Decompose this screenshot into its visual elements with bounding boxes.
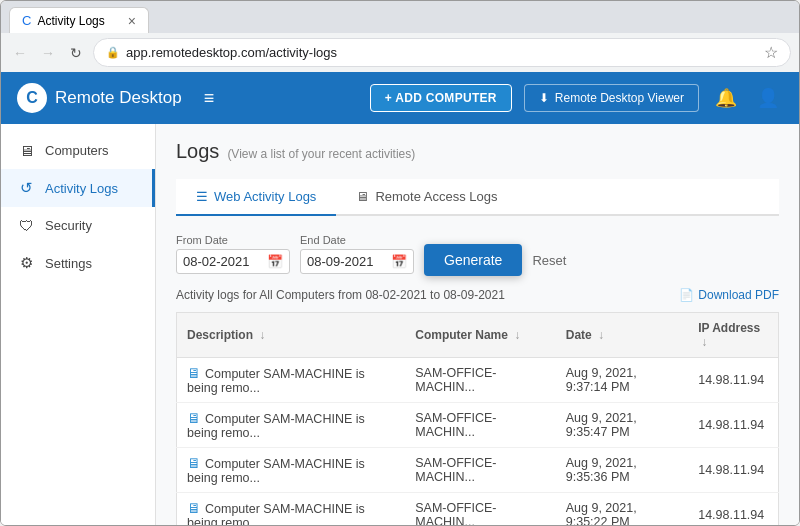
forward-button[interactable]: →	[37, 42, 59, 64]
sidebar-label-settings: Settings	[45, 256, 92, 271]
browser-window: C Activity Logs × ← → ↻ 🔒 app.remotedesk…	[0, 0, 800, 526]
sidebar-label-activity-logs: Activity Logs	[45, 181, 118, 196]
end-date-input[interactable]	[307, 254, 387, 269]
download-pdf-icon: 📄	[679, 288, 694, 302]
row-ip: 14.98.11.94	[688, 358, 778, 403]
logo-icon: C	[17, 83, 47, 113]
web-activity-tab-icon: ☰	[196, 189, 208, 204]
summary-row: Activity logs for All Computers from 08-…	[176, 288, 779, 302]
settings-icon: ⚙	[17, 254, 35, 272]
sidebar-item-activity-logs[interactable]: ↺ Activity Logs	[1, 169, 155, 207]
end-date-input-wrapper: 📅	[300, 249, 414, 274]
from-date-label: From Date	[176, 234, 290, 246]
row-date: Aug 9, 2021, 9:35:36 PM	[556, 448, 688, 493]
sidebar-label-security: Security	[45, 218, 92, 233]
tab-remote-access[interactable]: 🖥 Remote Access Logs	[336, 179, 517, 216]
table-row[interactable]: 🖥Computer SAM-MACHINE is being remo... S…	[177, 358, 779, 403]
row-computer-name: SAM-OFFICE-MACHIN...	[405, 358, 556, 403]
end-date-label: End Date	[300, 234, 414, 246]
app-logo: C Remote Desktop	[17, 83, 182, 113]
download-icon: ⬇	[539, 91, 549, 105]
row-description: 🖥Computer SAM-MACHINE is being remo...	[177, 403, 406, 448]
row-ip: 14.98.11.94	[688, 403, 778, 448]
page-title-row: Logs (View a list of your recent activit…	[176, 140, 779, 163]
th-date[interactable]: Date ↓	[556, 313, 688, 358]
sidebar-item-computers[interactable]: 🖥 Computers	[1, 132, 155, 169]
main-layout: 🖥 Computers ↺ Activity Logs 🛡 Security ⚙…	[1, 124, 799, 525]
th-description[interactable]: Description ↓	[177, 313, 406, 358]
sidebar-item-security[interactable]: 🛡 Security	[1, 207, 155, 244]
notification-button[interactable]: 🔔	[711, 83, 741, 113]
row-computer-name: SAM-OFFICE-MACHIN...	[405, 493, 556, 526]
main-content: Logs (View a list of your recent activit…	[156, 124, 799, 525]
filter-row: From Date 📅 End Date 📅 Generate	[176, 232, 779, 276]
sidebar-item-settings[interactable]: ⚙ Settings	[1, 244, 155, 282]
computers-icon: 🖥	[17, 142, 35, 159]
sort-ip-icon: ↓	[701, 335, 707, 349]
table-row[interactable]: 🖥Computer SAM-MACHINE is being remo... S…	[177, 448, 779, 493]
from-date-field: From Date 📅	[176, 234, 290, 274]
lock-icon: 🔒	[106, 46, 120, 59]
row-ip: 14.98.11.94	[688, 448, 778, 493]
sidebar-label-computers: Computers	[45, 143, 109, 158]
browser-controls: ← → ↻ 🔒 app.remotedesktop.com/activity-l…	[1, 33, 799, 72]
row-date: Aug 9, 2021, 9:35:47 PM	[556, 403, 688, 448]
tab-remote-access-label: Remote Access Logs	[375, 189, 497, 204]
rdv-button[interactable]: ⬇ Remote Desktop Viewer	[524, 84, 699, 112]
sort-description-icon: ↓	[259, 328, 265, 342]
bookmark-icon[interactable]: ☆	[764, 43, 778, 62]
sort-computer-icon: ↓	[514, 328, 520, 342]
from-date-calendar-icon[interactable]: 📅	[267, 254, 283, 269]
table-body: 🖥Computer SAM-MACHINE is being remo... S…	[177, 358, 779, 526]
page-subtitle: (View a list of your recent activities)	[227, 147, 415, 161]
th-ip-address[interactable]: IP Address ↓	[688, 313, 778, 358]
row-computer-icon: 🖥	[187, 500, 201, 516]
generate-button[interactable]: Generate	[424, 244, 522, 276]
table-row[interactable]: 🖥Computer SAM-MACHINE is being remo... S…	[177, 403, 779, 448]
summary-text: Activity logs for All Computers from 08-…	[176, 288, 505, 302]
from-date-input[interactable]	[183, 254, 263, 269]
tab-close-btn[interactable]: ×	[128, 14, 136, 28]
tabs-container: ☰ Web Activity Logs 🖥 Remote Access Logs	[176, 179, 779, 216]
end-date-calendar-icon[interactable]: 📅	[391, 254, 407, 269]
end-date-field: End Date 📅	[300, 234, 414, 274]
remote-access-tab-icon: 🖥	[356, 189, 369, 204]
reset-button[interactable]: Reset	[532, 253, 566, 268]
from-date-input-wrapper: 📅	[176, 249, 290, 274]
row-date: Aug 9, 2021, 9:37:14 PM	[556, 358, 688, 403]
page-title: Logs	[176, 140, 219, 163]
app-container: C Remote Desktop ≡ + ADD COMPUTER ⬇ Remo…	[1, 72, 799, 525]
sort-date-icon: ↓	[598, 328, 604, 342]
browser-titlebar: C Activity Logs ×	[1, 1, 799, 33]
activity-logs-icon: ↺	[17, 179, 35, 197]
table-header: Description ↓ Computer Name ↓ Date ↓	[177, 313, 779, 358]
row-description: 🖥Computer SAM-MACHINE is being remo...	[177, 493, 406, 526]
row-computer-icon: 🖥	[187, 365, 201, 381]
refresh-button[interactable]: ↻	[65, 42, 87, 64]
browser-tab[interactable]: C Activity Logs ×	[9, 7, 149, 33]
hamburger-button[interactable]: ≡	[200, 84, 219, 113]
row-computer-name: SAM-OFFICE-MACHIN...	[405, 403, 556, 448]
row-date: Aug 9, 2021, 9:35:22 PM	[556, 493, 688, 526]
app-header: C Remote Desktop ≡ + ADD COMPUTER ⬇ Remo…	[1, 72, 799, 124]
th-computer-name[interactable]: Computer Name ↓	[405, 313, 556, 358]
table-row[interactable]: 🖥Computer SAM-MACHINE is being remo... S…	[177, 493, 779, 526]
download-pdf-link[interactable]: 📄 Download PDF	[679, 288, 779, 302]
sidebar: 🖥 Computers ↺ Activity Logs 🛡 Security ⚙…	[1, 124, 156, 525]
tab-web-activity-label: Web Activity Logs	[214, 189, 316, 204]
tab-web-activity[interactable]: ☰ Web Activity Logs	[176, 179, 336, 216]
back-button[interactable]: ←	[9, 42, 31, 64]
row-description: 🖥Computer SAM-MACHINE is being remo...	[177, 358, 406, 403]
tab-favicon: C	[22, 13, 31, 28]
row-ip: 14.98.11.94	[688, 493, 778, 526]
user-profile-button[interactable]: 👤	[753, 83, 783, 113]
address-text: app.remotedesktop.com/activity-logs	[126, 45, 337, 60]
add-computer-button[interactable]: + ADD COMPUTER	[370, 84, 512, 112]
security-icon: 🛡	[17, 217, 35, 234]
row-description: 🖥Computer SAM-MACHINE is being remo...	[177, 448, 406, 493]
address-bar[interactable]: 🔒 app.remotedesktop.com/activity-logs ☆	[93, 38, 791, 67]
row-computer-name: SAM-OFFICE-MACHIN...	[405, 448, 556, 493]
logo-text: Remote Desktop	[55, 88, 182, 108]
row-computer-icon: 🖥	[187, 455, 201, 471]
tab-title: Activity Logs	[37, 14, 104, 28]
